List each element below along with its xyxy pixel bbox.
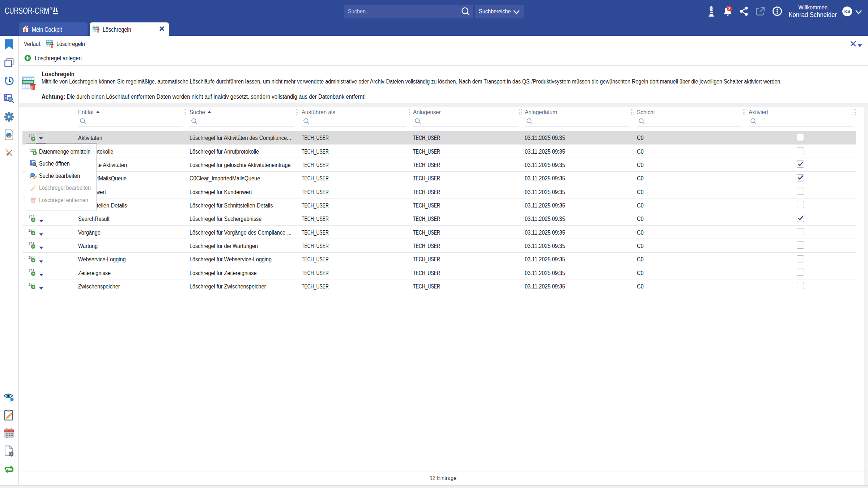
svg-text:3: 3 xyxy=(728,7,731,11)
